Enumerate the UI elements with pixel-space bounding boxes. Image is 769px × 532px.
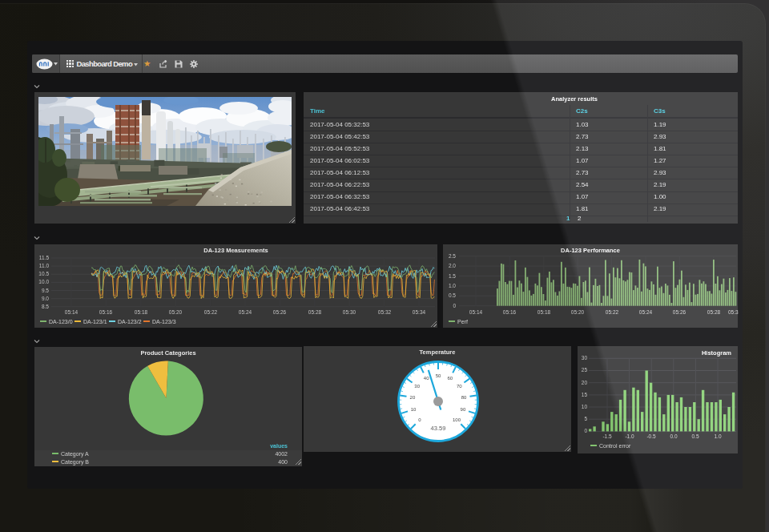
svg-text:60: 60 [447,376,453,381]
svg-text:80: 80 [461,395,467,400]
svg-text:43.59: 43.59 [431,425,446,432]
svg-text:30: 30 [414,384,420,389]
svg-text:50: 50 [436,373,441,378]
svg-text:40: 40 [424,376,429,381]
svg-text:100: 100 [453,417,461,422]
svg-text:20: 20 [410,395,416,400]
svg-text:10: 10 [411,407,417,412]
svg-text:90: 90 [461,407,466,412]
svg-text:70: 70 [457,384,462,389]
